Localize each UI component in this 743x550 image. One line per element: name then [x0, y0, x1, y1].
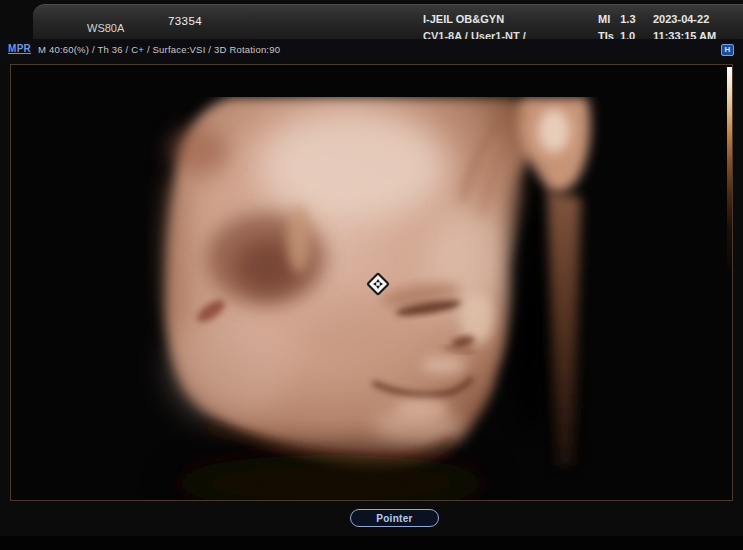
- status-bar: MPR M 40:60(%) / Th 36 / C+ / Surface:VS…: [0, 39, 743, 59]
- volume-crop-mask: [151, 65, 611, 97]
- institution-label: I-JEIL OB&GYN: [423, 13, 504, 25]
- render-parameters-label: M 40:60(%) / Th 36 / C+ / Surface:VSI / …: [38, 44, 280, 55]
- system-model-label: WS80A: [87, 22, 124, 34]
- mi-index-readout: MI1.3: [598, 13, 636, 25]
- ultrasound-workstation-screen: { "header": { "system_model": "WS80A", "…: [0, 0, 743, 550]
- mi-label: MI: [598, 13, 610, 25]
- panel-toggle-icon[interactable]: H: [721, 44, 734, 56]
- colormap-scale-bar: [727, 67, 733, 277]
- fetal-3d-render: [11, 65, 733, 501]
- patient-id-label: 73354: [168, 15, 202, 27]
- exam-date: 2023-04-22: [653, 13, 709, 25]
- header-bar: WS80A 73354 I-JEIL OB&GYN CV1-8A / User1…: [33, 4, 743, 39]
- mode-tab-mpr[interactable]: MPR: [8, 43, 31, 54]
- mi-value: 1.3: [620, 13, 635, 25]
- bottom-letterbox: [0, 536, 743, 550]
- pointer-button[interactable]: Pointer: [350, 509, 439, 527]
- ultrasound-viewport[interactable]: [10, 64, 733, 501]
